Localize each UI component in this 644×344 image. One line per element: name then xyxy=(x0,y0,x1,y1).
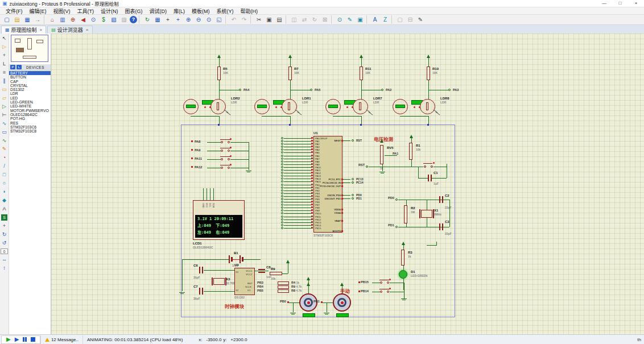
block-delete-icon[interactable]: ⊠ xyxy=(320,15,329,24)
device-item[interactable]: CAP xyxy=(9,80,51,84)
menu-item[interactable]: 图表(G) xyxy=(122,7,146,15)
menu-item[interactable]: 设计(N) xyxy=(97,7,122,15)
graph-mode-icon[interactable]: ∿ xyxy=(1,119,9,128)
lightning-icon[interactable]: Z xyxy=(381,15,390,24)
center-origin-icon[interactable]: ⊕ xyxy=(68,15,77,24)
button-actuator[interactable] xyxy=(230,164,232,165)
button-symbol[interactable] xyxy=(220,156,230,157)
button-actuator[interactable] xyxy=(230,155,232,157)
component-mode-icon[interactable]: ▱ xyxy=(1,94,9,102)
remove-sheet-icon[interactable]: ⊟ xyxy=(406,15,415,24)
rotate-anticlockwise-icon[interactable]: ↺ xyxy=(1,239,9,247)
button-symbol[interactable] xyxy=(220,148,230,148)
zoom-area-icon[interactable]: ◱ xyxy=(214,15,224,24)
home-icon[interactable]: ⌂ xyxy=(48,15,57,24)
play-button[interactable]: ▶ xyxy=(6,336,11,343)
pick-parts-icon[interactable]: ⊙ xyxy=(335,15,344,24)
resistor-symbol[interactable] xyxy=(278,281,289,285)
decrease-light-button[interactable] xyxy=(414,106,415,108)
2d-symbol-icon[interactable]: S xyxy=(1,214,7,221)
device-pin-icon[interactable]: ⊢ xyxy=(1,111,9,119)
device-item[interactable]: LED-WHITE xyxy=(9,104,51,108)
pot-symbol[interactable] xyxy=(380,145,383,164)
redo-icon[interactable]: ↷ xyxy=(240,15,249,24)
mirror-horizontal-icon[interactable]: ↔ xyxy=(1,255,9,264)
packaging-icon[interactable]: ▣ xyxy=(356,15,365,24)
search-icon[interactable]: ⊙ xyxy=(89,15,98,24)
pause-button[interactable] xyxy=(23,337,27,342)
text-script-icon[interactable]: ≡ xyxy=(1,68,9,77)
cut-icon[interactable]: ✂ xyxy=(254,15,263,24)
device-item[interactable]: BATTERY xyxy=(9,71,51,75)
device-item[interactable]: LED-GREEN xyxy=(9,100,51,104)
close-tab-icon[interactable]: × xyxy=(40,27,43,32)
block-move-icon[interactable]: ⇄ xyxy=(300,15,309,24)
capacitor-symbol[interactable] xyxy=(199,288,203,295)
zoom-in-icon[interactable]: ⊕ xyxy=(184,15,193,24)
button-actuator[interactable] xyxy=(230,147,232,148)
pan-icon[interactable]: + xyxy=(174,15,183,24)
minimize-button[interactable]: — xyxy=(596,0,612,7)
subcircuit-icon[interactable]: ▭ xyxy=(1,85,9,94)
import-icon[interactable]: → xyxy=(33,15,42,24)
goto-previous-icon[interactable]: ◀ xyxy=(79,15,88,24)
menu-item[interactable]: 库(L) xyxy=(170,7,188,15)
button-symbol[interactable] xyxy=(220,165,230,165)
menu-item[interactable]: 工具(T) xyxy=(74,7,98,15)
resistor-symbol[interactable] xyxy=(409,143,412,160)
property-card-icon[interactable]: ▧ xyxy=(109,15,118,24)
pick-devices-button[interactable]: P xyxy=(10,65,15,69)
button-symbol[interactable] xyxy=(423,163,432,164)
sheet-view-icon[interactable]: ▥ xyxy=(58,15,67,24)
message-segment[interactable]: 12 Message.. xyxy=(40,335,82,344)
2d-box-icon[interactable]: □ xyxy=(1,171,9,179)
mirror-vertical-icon[interactable]: ↕ xyxy=(1,264,9,272)
toggle-grid-icon[interactable]: ▦ xyxy=(153,15,162,24)
device-item[interactable]: STM32F103C6 xyxy=(9,125,51,129)
zoom-all-icon[interactable]: ⊙ xyxy=(204,15,213,24)
capacitor-symbol[interactable] xyxy=(439,223,443,230)
wire-label-icon[interactable]: L xyxy=(1,60,9,68)
stop-button[interactable] xyxy=(31,337,35,342)
block-copy-icon[interactable]: ◫ xyxy=(290,15,299,24)
menu-item[interactable]: 帮助(H) xyxy=(237,7,262,15)
menu-item[interactable]: 视图(V) xyxy=(50,7,74,15)
resistor-symbol[interactable] xyxy=(427,67,430,80)
copy-icon[interactable]: ▣ xyxy=(265,15,274,24)
tab-design-explorer[interactable]: ▤ 设计浏览器 × xyxy=(47,26,92,34)
close-tab-icon[interactable]: × xyxy=(86,27,89,32)
crystal-symbol[interactable] xyxy=(421,210,432,218)
capacitor-symbol[interactable] xyxy=(199,267,203,273)
menu-item[interactable]: 编辑(E) xyxy=(26,7,50,15)
device-item[interactable]: LED xyxy=(9,96,51,100)
redraw-icon[interactable]: ↻ xyxy=(143,15,152,24)
make-device-icon[interactable]: ✎ xyxy=(345,15,354,24)
menu-item[interactable]: 系统(Y) xyxy=(213,7,237,15)
decrease-light-button[interactable] xyxy=(275,106,277,108)
edit-script-icon[interactable]: ✎ xyxy=(416,15,425,24)
2d-circle-icon[interactable]: ○ xyxy=(1,179,9,188)
resistor-symbol[interactable] xyxy=(360,67,363,80)
close-button[interactable]: × xyxy=(628,0,644,7)
resistor-symbol[interactable] xyxy=(288,67,292,80)
resistor-symbol[interactable] xyxy=(270,272,282,275)
device-item[interactable]: CRYSTAL xyxy=(9,84,51,88)
tape-recorder-icon[interactable]: ▭ xyxy=(1,128,9,136)
2d-text-icon[interactable]: A xyxy=(1,205,9,213)
capacitor-symbol[interactable] xyxy=(428,175,432,181)
decrease-light-button[interactable] xyxy=(346,106,348,108)
menu-item[interactable]: 模板(M) xyxy=(188,7,213,15)
selection-pointer-icon[interactable]: ↖ xyxy=(1,34,9,43)
button-actuator[interactable] xyxy=(230,138,232,140)
bus-icon[interactable]: ∥ xyxy=(1,77,9,85)
maximize-button[interactable]: □ xyxy=(612,0,628,7)
rotate-clockwise-icon[interactable]: ↻ xyxy=(1,230,9,239)
paste-icon[interactable]: ▤ xyxy=(275,15,284,24)
button-symbol[interactable] xyxy=(379,289,389,289)
resistor-symbol[interactable] xyxy=(278,289,289,293)
2d-arc-icon[interactable]: ◗ xyxy=(1,188,9,196)
save-file-icon[interactable]: ▦ xyxy=(23,15,32,24)
component-pin-icon[interactable]: ▷ xyxy=(1,43,9,51)
new-sheet-icon[interactable]: ▢ xyxy=(395,15,404,24)
library-manager-button[interactable]: L xyxy=(16,65,22,69)
